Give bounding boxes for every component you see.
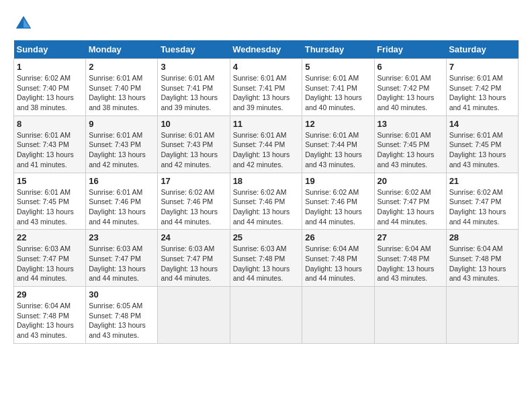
day-number: 23 xyxy=(89,232,154,242)
weekday-header-wednesday: Wednesday xyxy=(230,40,302,59)
day-info: Sunrise: 6:01 AM Sunset: 7:43 PM Dayligh… xyxy=(17,130,83,170)
calendar-day xyxy=(158,287,230,344)
calendar-day: 29 Sunrise: 6:04 AM Sunset: 7:48 PM Dayl… xyxy=(14,287,86,344)
day-info: Sunrise: 6:01 AM Sunset: 7:40 PM Dayligh… xyxy=(89,73,154,113)
calendar-day: 7 Sunrise: 6:01 AM Sunset: 7:42 PM Dayli… xyxy=(446,59,518,116)
day-number: 16 xyxy=(89,176,154,186)
calendar-day: 28 Sunrise: 6:04 AM Sunset: 7:48 PM Dayl… xyxy=(446,230,518,287)
calendar-day: 18 Sunrise: 6:02 AM Sunset: 7:46 PM Dayl… xyxy=(230,173,302,230)
weekday-header-monday: Monday xyxy=(86,40,158,59)
day-info: Sunrise: 6:01 AM Sunset: 7:44 PM Dayligh… xyxy=(305,130,371,170)
day-info: Sunrise: 6:02 AM Sunset: 7:40 PM Dayligh… xyxy=(17,73,83,113)
calendar-day: 11 Sunrise: 6:01 AM Sunset: 7:44 PM Dayl… xyxy=(230,116,302,173)
day-number: 14 xyxy=(449,119,515,129)
weekday-header-tuesday: Tuesday xyxy=(158,40,230,59)
day-number: 30 xyxy=(89,289,154,300)
day-number: 21 xyxy=(449,176,515,186)
weekday-header-saturday: Saturday xyxy=(446,40,518,59)
day-info: Sunrise: 6:03 AM Sunset: 7:48 PM Dayligh… xyxy=(233,244,300,283)
calendar-day: 3 Sunrise: 6:01 AM Sunset: 7:41 PM Dayli… xyxy=(158,59,230,116)
day-number: 12 xyxy=(305,119,371,129)
weekday-header-sunday: Sunday xyxy=(14,40,86,59)
calendar-day: 9 Sunrise: 6:01 AM Sunset: 7:43 PM Dayli… xyxy=(86,116,158,173)
calendar-day: 23 Sunrise: 6:03 AM Sunset: 7:47 PM Dayl… xyxy=(86,230,158,287)
day-number: 20 xyxy=(378,176,443,186)
day-number: 10 xyxy=(161,119,226,129)
calendar-day xyxy=(374,287,446,344)
day-number: 27 xyxy=(378,232,443,242)
calendar-day: 15 Sunrise: 6:01 AM Sunset: 7:45 PM Dayl… xyxy=(14,173,86,230)
calendar-day: 1 Sunrise: 6:02 AM Sunset: 7:40 PM Dayli… xyxy=(14,59,86,116)
calendar-day xyxy=(446,287,518,344)
day-number: 26 xyxy=(305,232,371,242)
calendar-header-row: SundayMondayTuesdayWednesdayThursdayFrid… xyxy=(14,40,519,59)
calendar-day: 6 Sunrise: 6:01 AM Sunset: 7:42 PM Dayli… xyxy=(374,59,446,116)
day-info: Sunrise: 6:02 AM Sunset: 7:47 PM Dayligh… xyxy=(378,187,443,227)
calendar-table: SundayMondayTuesdayWednesdayThursdayFrid… xyxy=(13,40,519,344)
page-header xyxy=(13,13,519,34)
day-number: 11 xyxy=(233,119,300,129)
day-number: 9 xyxy=(89,119,154,129)
calendar-day: 24 Sunrise: 6:03 AM Sunset: 7:47 PM Dayl… xyxy=(158,230,230,287)
calendar-day: 10 Sunrise: 6:01 AM Sunset: 7:43 PM Dayl… xyxy=(158,116,230,173)
calendar-day: 19 Sunrise: 6:02 AM Sunset: 7:46 PM Dayl… xyxy=(302,173,374,230)
day-info: Sunrise: 6:05 AM Sunset: 7:48 PM Dayligh… xyxy=(89,301,154,340)
day-info: Sunrise: 6:01 AM Sunset: 7:41 PM Dayligh… xyxy=(161,73,226,113)
calendar-week-5: 29 Sunrise: 6:04 AM Sunset: 7:48 PM Dayl… xyxy=(14,287,519,344)
day-info: Sunrise: 6:01 AM Sunset: 7:43 PM Dayligh… xyxy=(161,130,226,170)
day-number: 15 xyxy=(17,176,83,186)
day-info: Sunrise: 6:04 AM Sunset: 7:48 PM Dayligh… xyxy=(305,244,371,283)
weekday-header-friday: Friday xyxy=(374,40,446,59)
day-number: 6 xyxy=(378,62,443,72)
day-number: 1 xyxy=(17,62,83,72)
day-info: Sunrise: 6:01 AM Sunset: 7:44 PM Dayligh… xyxy=(233,130,300,170)
day-info: Sunrise: 6:04 AM Sunset: 7:48 PM Dayligh… xyxy=(17,301,83,340)
day-info: Sunrise: 6:04 AM Sunset: 7:48 PM Dayligh… xyxy=(449,244,515,283)
calendar-day: 25 Sunrise: 6:03 AM Sunset: 7:48 PM Dayl… xyxy=(230,230,302,287)
day-number: 2 xyxy=(89,62,154,72)
day-number: 7 xyxy=(449,62,515,72)
day-info: Sunrise: 6:01 AM Sunset: 7:46 PM Dayligh… xyxy=(89,187,154,227)
calendar-day xyxy=(302,287,374,344)
calendar-day: 4 Sunrise: 6:01 AM Sunset: 7:41 PM Dayli… xyxy=(230,59,302,116)
calendar-day: 13 Sunrise: 6:01 AM Sunset: 7:45 PM Dayl… xyxy=(374,116,446,173)
day-number: 5 xyxy=(305,62,371,72)
calendar-day: 27 Sunrise: 6:04 AM Sunset: 7:48 PM Dayl… xyxy=(374,230,446,287)
logo xyxy=(13,13,36,34)
day-info: Sunrise: 6:01 AM Sunset: 7:41 PM Dayligh… xyxy=(233,73,300,113)
calendar-day: 22 Sunrise: 6:03 AM Sunset: 7:47 PM Dayl… xyxy=(14,230,86,287)
day-info: Sunrise: 6:01 AM Sunset: 7:45 PM Dayligh… xyxy=(378,130,443,170)
calendar-week-2: 8 Sunrise: 6:01 AM Sunset: 7:43 PM Dayli… xyxy=(14,116,519,173)
day-number: 3 xyxy=(161,62,226,72)
day-info: Sunrise: 6:03 AM Sunset: 7:47 PM Dayligh… xyxy=(17,244,83,283)
day-info: Sunrise: 6:02 AM Sunset: 7:47 PM Dayligh… xyxy=(449,187,515,227)
day-number: 29 xyxy=(17,289,83,300)
calendar-day xyxy=(230,287,302,344)
day-info: Sunrise: 6:02 AM Sunset: 7:46 PM Dayligh… xyxy=(305,187,371,227)
day-info: Sunrise: 6:02 AM Sunset: 7:46 PM Dayligh… xyxy=(161,187,226,227)
day-info: Sunrise: 6:04 AM Sunset: 7:48 PM Dayligh… xyxy=(378,244,443,283)
calendar-day: 30 Sunrise: 6:05 AM Sunset: 7:48 PM Dayl… xyxy=(86,287,158,344)
calendar-day: 12 Sunrise: 6:01 AM Sunset: 7:44 PM Dayl… xyxy=(302,116,374,173)
day-info: Sunrise: 6:01 AM Sunset: 7:45 PM Dayligh… xyxy=(17,187,83,227)
day-number: 8 xyxy=(17,119,83,129)
day-info: Sunrise: 6:03 AM Sunset: 7:47 PM Dayligh… xyxy=(161,244,226,283)
day-number: 4 xyxy=(233,62,300,72)
calendar-day: 17 Sunrise: 6:02 AM Sunset: 7:46 PM Dayl… xyxy=(158,173,230,230)
calendar-day: 5 Sunrise: 6:01 AM Sunset: 7:41 PM Dayli… xyxy=(302,59,374,116)
day-number: 18 xyxy=(233,176,300,186)
day-number: 13 xyxy=(378,119,443,129)
calendar-day: 2 Sunrise: 6:01 AM Sunset: 7:40 PM Dayli… xyxy=(86,59,158,116)
day-info: Sunrise: 6:01 AM Sunset: 7:42 PM Dayligh… xyxy=(449,73,515,113)
day-number: 25 xyxy=(233,232,300,242)
calendar-day: 20 Sunrise: 6:02 AM Sunset: 7:47 PM Dayl… xyxy=(374,173,446,230)
day-info: Sunrise: 6:01 AM Sunset: 7:42 PM Dayligh… xyxy=(378,73,443,113)
day-info: Sunrise: 6:01 AM Sunset: 7:45 PM Dayligh… xyxy=(449,130,515,170)
day-number: 19 xyxy=(305,176,371,186)
calendar-day: 8 Sunrise: 6:01 AM Sunset: 7:43 PM Dayli… xyxy=(14,116,86,173)
calendar-week-3: 15 Sunrise: 6:01 AM Sunset: 7:45 PM Dayl… xyxy=(14,173,519,230)
calendar-day: 21 Sunrise: 6:02 AM Sunset: 7:47 PM Dayl… xyxy=(446,173,518,230)
calendar-day: 26 Sunrise: 6:04 AM Sunset: 7:48 PM Dayl… xyxy=(302,230,374,287)
day-number: 17 xyxy=(161,176,226,186)
day-number: 22 xyxy=(17,232,83,242)
